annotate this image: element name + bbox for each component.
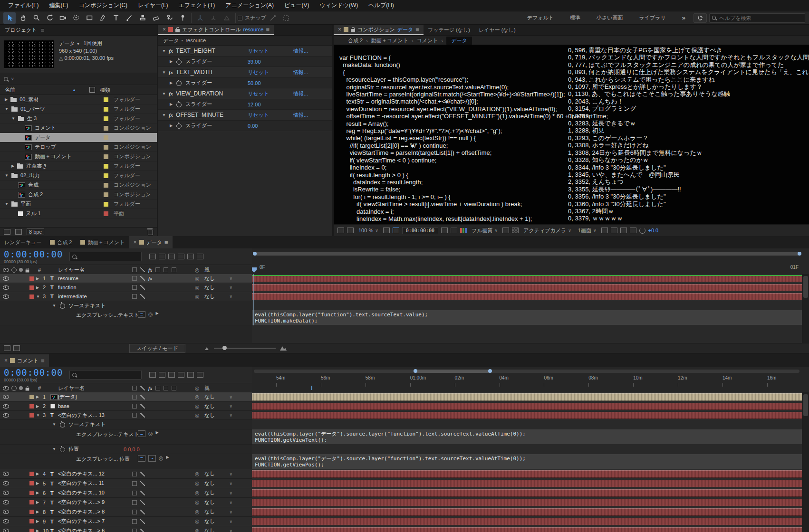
project-row[interactable]: ▶ 00_素材 フォルダー — [0, 95, 157, 104]
effect-header-row[interactable]: ▼ fx TEXT_HEIGHT リセット 情報... — [158, 46, 332, 57]
label-color-chip[interactable] — [104, 116, 108, 121]
layer-row[interactable]: ▶ 5 T <空白のテキス... 11 ◎ なし∨ — [0, 479, 252, 488]
bit-depth-button[interactable]: 8 bpc — [27, 228, 44, 235]
snap-checkbox-icon[interactable] — [238, 16, 242, 20]
quality-switch[interactable] — [140, 276, 145, 281]
layer-duration-bar[interactable] — [252, 527, 802, 532]
navigator-end-handle[interactable] — [798, 252, 801, 256]
expand-icon[interactable]: ▶ — [36, 507, 39, 516]
layer-color-chip[interactable] — [29, 510, 34, 514]
menu-item[interactable]: アニメーション(A) — [220, 1, 279, 10]
shy-switch[interactable] — [132, 285, 137, 290]
project-row[interactable]: 合成 コンポジション — [0, 180, 157, 190]
collapse-icon[interactable]: ▼ — [52, 445, 56, 454]
timeline-data-ruler[interactable]: 0F 01F — [252, 248, 809, 275]
reset-exposure-icon[interactable] — [639, 228, 645, 234]
label-color-chip[interactable] — [104, 202, 108, 207]
transparency-grid-icon[interactable] — [512, 228, 519, 233]
expand-icon[interactable]: ▶ — [36, 274, 39, 283]
layer-row[interactable]: ▶ 2 T function ◎ なし∨ — [0, 283, 252, 292]
layer-row[interactable]: ▶ 1 [データ] ◎ なし∨ — [0, 392, 252, 402]
effect-info-button[interactable]: 情報... — [293, 88, 308, 99]
workspace-overflow[interactable]: » — [674, 14, 693, 21]
expand-icon[interactable]: ▶ — [36, 498, 39, 507]
graph-editor-icon[interactable] — [197, 372, 203, 378]
timeline-button-icon[interactable] — [620, 228, 627, 233]
layer-color-chip[interactable] — [29, 404, 34, 408]
layer-color-chip[interactable] — [29, 491, 34, 495]
project-row[interactable]: データ コンポジション — [0, 133, 157, 142]
label-color-chip[interactable] — [104, 164, 108, 169]
lock-icon[interactable] — [351, 29, 355, 32]
always-preview-icon[interactable] — [337, 228, 344, 233]
expression-graph-icon[interactable]: ~ — [148, 455, 156, 462]
audio-column-icon[interactable] — [11, 267, 17, 273]
expression-pickwhip-icon[interactable]: ◎ — [159, 455, 164, 461]
comp-marker[interactable] — [311, 386, 312, 390]
collapse-icon[interactable]: ▼ — [11, 116, 15, 121]
layer-row[interactable]: ▶ 6 T <空白のテキス... 10 ◎ なし∨ — [0, 488, 252, 498]
cti-line[interactable] — [253, 274, 254, 325]
selection-tool-icon[interactable] — [3, 12, 16, 24]
project-row[interactable]: 動画＋コメント コンポジション — [0, 152, 157, 162]
project-panel-header[interactable]: プロジェクト ≡ — [0, 25, 157, 36]
quality-switch[interactable] — [140, 294, 145, 299]
panel-menu-icon[interactable]: ≡ — [164, 239, 168, 246]
help-search-box[interactable] — [709, 13, 805, 23]
parent-dropdown[interactable]: なし∨ — [204, 507, 232, 516]
motion-blur-column-icon[interactable] — [164, 267, 168, 272]
timeline-comment-tab[interactable]: × コメント ≡ — [0, 354, 49, 367]
pickwhip-icon[interactable]: ◎ — [195, 274, 200, 283]
workspace-item[interactable]: 標準 — [562, 14, 588, 21]
eye-icon[interactable] — [3, 413, 9, 418]
layer-row[interactable]: ▼ 3 T <空白のテキス... 13 ◎ なし∨ — [0, 411, 252, 420]
effect-reset-button[interactable]: リセット — [248, 67, 269, 77]
eye-icon[interactable] — [3, 500, 9, 504]
rectangle-tool-icon[interactable] — [83, 12, 96, 24]
lock-icon[interactable] — [175, 29, 180, 32]
exposure-value[interactable]: +0.0 — [648, 228, 659, 233]
layer-duration-bar[interactable] — [252, 470, 802, 478]
quality-switch[interactable] — [140, 529, 145, 532]
timeline-data-column-header[interactable]: # レイヤー名 fx ◎ 親 — [0, 265, 252, 275]
stopwatch-icon[interactable] — [60, 447, 65, 452]
quality-switch[interactable] — [140, 510, 145, 514]
pickwhip-icon[interactable]: ◎ — [195, 479, 200, 488]
menu-item[interactable]: ファイル(F) — [3, 1, 44, 10]
timeline-zoom-slider[interactable] — [204, 345, 287, 351]
pickwhip-icon[interactable]: ◎ — [195, 507, 200, 516]
help-search-input[interactable] — [718, 15, 802, 21]
magnification-dropdown[interactable]: 100 %∨ — [356, 227, 380, 234]
collapse-icon[interactable]: ▼ — [5, 173, 9, 178]
layer-track[interactable] — [252, 292, 809, 301]
expression-row[interactable]: エクスプレッシ...テキスト = ◎ ▶ — [0, 310, 252, 325]
view-layout-dropdown[interactable]: 1画面∨ — [576, 227, 598, 235]
orbit-tool-icon[interactable] — [70, 12, 82, 24]
timeline-scrollbar[interactable] — [802, 274, 809, 343]
snap-toggle[interactable]: スナップ — [238, 14, 266, 21]
shy-switch[interactable] — [132, 294, 137, 299]
shy-switch[interactable] — [132, 481, 137, 486]
expand-icon[interactable]: ▶ — [36, 283, 39, 292]
lock-column-icon[interactable] — [26, 388, 29, 390]
effect-reset-button[interactable]: リセット — [248, 110, 269, 120]
expression-enable-icon[interactable]: = — [138, 455, 145, 462]
collapse-icon[interactable]: ▼ — [5, 202, 9, 206]
timeline-tab[interactable]: レンダーキュー — [0, 236, 46, 248]
work-area-bar[interactable] — [415, 370, 490, 373]
shy-switch[interactable] — [132, 529, 137, 532]
shy-switch[interactable] — [132, 413, 137, 418]
layer-duration-bar[interactable] — [252, 275, 802, 282]
layer-row[interactable]: ▼ 3 T intermediate ◎ なし∨ — [0, 292, 252, 301]
expand-icon[interactable]: ▶ — [36, 392, 39, 401]
timeline-comment-ruler[interactable]: 54m 56m 58m 01:00m 02m 04m 06m 08m 10m 1… — [252, 367, 809, 393]
parent-dropdown[interactable]: なし∨ — [204, 526, 232, 532]
new-folder-icon[interactable] — [15, 229, 22, 235]
axis-mode-icon[interactable] — [194, 12, 206, 24]
solo-column-icon[interactable] — [19, 268, 23, 272]
rotate-tool-icon[interactable] — [43, 12, 56, 24]
stopwatch-icon[interactable] — [176, 59, 182, 65]
roto-brush-tool-icon[interactable] — [163, 12, 175, 24]
project-row[interactable]: コメント コンポジション — [0, 124, 157, 133]
pickwhip-icon[interactable]: ◎ — [195, 498, 200, 507]
